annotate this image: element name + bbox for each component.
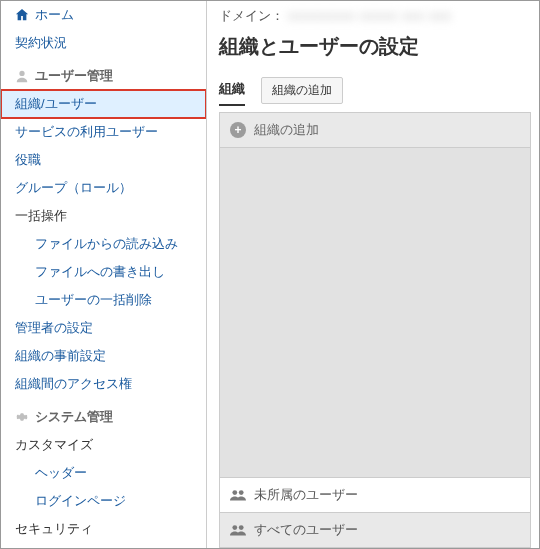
sidebar-org-user[interactable]: 組織/ユーザー <box>1 90 206 118</box>
sidebar-service-users[interactable]: サービスの利用ユーザー <box>1 118 206 146</box>
sidebar-section-system-mgmt-label: システム管理 <box>35 408 113 426</box>
svg-point-0 <box>19 71 24 76</box>
tab-org[interactable]: 組織 <box>219 74 245 106</box>
sidebar-position[interactable]: 役職 <box>1 146 206 174</box>
panel-all-users[interactable]: すべてのユーザー <box>220 512 530 547</box>
sidebar-org-access[interactable]: 組織間のアクセス権 <box>1 370 206 398</box>
sidebar-header-setting[interactable]: ヘッダー <box>1 459 206 487</box>
sidebar-login[interactable]: ログイン <box>1 543 206 548</box>
sidebar-customize: カスタマイズ <box>1 431 206 459</box>
sidebar-header-setting-label: ヘッダー <box>35 464 87 482</box>
sidebar-org-pre-settings[interactable]: 組織の事前設定 <box>1 342 206 370</box>
add-org-button-label: 組織の追加 <box>272 83 332 97</box>
sidebar-org-user-label: 組織/ユーザー <box>15 95 97 113</box>
svg-point-2 <box>239 490 244 495</box>
sidebar-file-import[interactable]: ファイルからの読み込み <box>1 230 206 258</box>
sidebar-section-user-mgmt-label: ユーザー管理 <box>35 67 113 85</box>
sidebar-admin-settings-label: 管理者の設定 <box>15 319 93 337</box>
sidebar-file-export[interactable]: ファイルへの書き出し <box>1 258 206 286</box>
sidebar-login-page[interactable]: ログインページ <box>1 487 206 515</box>
sidebar-home[interactable]: ホーム <box>1 1 206 29</box>
add-org-button[interactable]: 組織の追加 <box>261 77 343 104</box>
page-title: 組織とユーザーの設定 <box>219 33 531 60</box>
sidebar-section-system-mgmt: システム管理 <box>1 398 206 431</box>
sidebar-login-page-label: ログインページ <box>35 492 126 510</box>
svg-point-1 <box>232 490 237 495</box>
sidebar-file-import-label: ファイルからの読み込み <box>35 235 178 253</box>
tab-org-label: 組織 <box>219 81 245 96</box>
sidebar-bulk-user-delete[interactable]: ユーザーの一括削除 <box>1 286 206 314</box>
sidebar: ホーム 契約状況 ユーザー管理 組織/ユーザー サービスの利用ユーザー 役職 グ… <box>1 1 207 548</box>
sidebar-service-users-label: サービスの利用ユーザー <box>15 123 158 141</box>
tabs-row: 組織 組織の追加 <box>219 74 531 106</box>
panel-all-users-label: すべてのユーザー <box>254 521 358 539</box>
sidebar-security-label: セキュリティ <box>15 520 93 538</box>
sidebar-bulk-ops: 一括操作 <box>1 202 206 230</box>
sidebar-bulk-user-delete-label: ユーザーの一括削除 <box>35 291 152 309</box>
sidebar-section-user-mgmt: ユーザー管理 <box>1 57 206 90</box>
panel-unassigned-users[interactable]: 未所属のユーザー <box>220 477 530 512</box>
home-icon <box>15 8 29 22</box>
plus-icon: + <box>230 122 246 138</box>
sidebar-security: セキュリティ <box>1 515 206 543</box>
sidebar-contract-status[interactable]: 契約状況 <box>1 29 206 57</box>
user-icon <box>15 69 29 83</box>
sidebar-org-pre-settings-label: 組織の事前設定 <box>15 347 106 365</box>
domain-label: ドメイン： <box>219 7 284 25</box>
sidebar-position-label: 役職 <box>15 151 41 169</box>
gear-icon <box>15 410 29 424</box>
svg-point-4 <box>239 525 244 530</box>
panel-add-org-label: 組織の追加 <box>254 121 319 139</box>
panel-unassigned-users-label: 未所属のユーザー <box>254 486 358 504</box>
sidebar-home-label: ホーム <box>35 6 74 24</box>
sidebar-org-access-label: 組織間のアクセス権 <box>15 375 132 393</box>
users-icon <box>230 523 246 537</box>
sidebar-group-role-label: グループ（ロール） <box>15 179 132 197</box>
sidebar-admin-settings[interactable]: 管理者の設定 <box>1 314 206 342</box>
users-icon <box>230 488 246 502</box>
svg-point-3 <box>232 525 237 530</box>
sidebar-file-export-label: ファイルへの書き出し <box>35 263 165 281</box>
main-content: ドメイン： xxxxxxxxx xxxxx xxx xxx 組織とユーザーの設定… <box>207 1 539 548</box>
domain-value-blurred: xxxxxxxxx xxxxx xxx xxx <box>288 8 531 24</box>
sidebar-group-role[interactable]: グループ（ロール） <box>1 174 206 202</box>
panel-add-org[interactable]: + 組織の追加 <box>220 113 530 148</box>
org-tree-body <box>220 148 530 477</box>
domain-row: ドメイン： xxxxxxxxx xxxxx xxx xxx <box>219 7 531 25</box>
sidebar-contract-status-label: 契約状況 <box>15 34 67 52</box>
org-panel: + 組織の追加 未所属のユーザー すべてのユーザー <box>219 112 531 548</box>
sidebar-bulk-ops-label: 一括操作 <box>15 207 67 225</box>
sidebar-customize-label: カスタマイズ <box>15 436 93 454</box>
